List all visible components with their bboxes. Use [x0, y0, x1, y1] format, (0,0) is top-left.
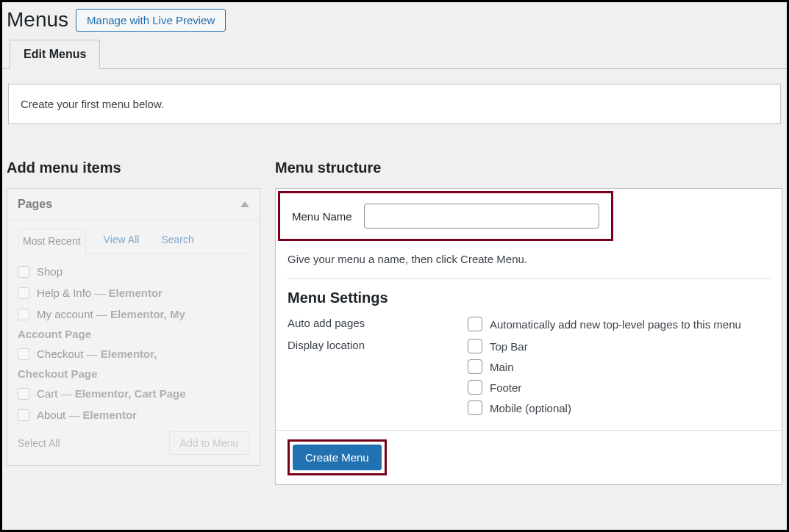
display-location-label: Display location	[288, 339, 468, 351]
list-item[interactable]: My account — Elementor, My	[18, 303, 249, 325]
list-item[interactable]: About — Elementor	[18, 404, 249, 424]
pages-panel-header[interactable]: Pages	[7, 189, 260, 220]
location-topbar-label: Top Bar	[490, 340, 528, 353]
menu-structure-heading: Menu structure	[275, 159, 782, 176]
pages-items-list[interactable]: Shop Help & Info — Elementor My account …	[18, 255, 249, 424]
menu-name-label: Menu Name	[292, 210, 352, 223]
checkbox-icon[interactable]	[18, 388, 29, 400]
subtab-view-all[interactable]: View All	[99, 228, 144, 253]
add-menu-items-heading: Add menu items	[7, 159, 260, 176]
location-footer-label: Footer	[490, 381, 521, 394]
subtab-most-recent[interactable]: Most Recent	[18, 229, 86, 254]
checkbox-icon[interactable]	[18, 409, 29, 421]
location-footer-checkbox[interactable]	[468, 380, 482, 395]
add-to-menu-button[interactable]: Add to Menu	[169, 431, 249, 455]
list-item-meta: Elementor,	[101, 348, 157, 360]
list-item-wrap: Account Page	[18, 325, 249, 343]
list-item-meta: Elementor	[109, 287, 163, 299]
location-mobile-label: Mobile (optional)	[490, 402, 571, 414]
location-mobile-checkbox[interactable]	[468, 400, 482, 415]
checkbox-icon[interactable]	[18, 309, 29, 320]
list-item-wrap: Checkout Page	[18, 364, 249, 383]
auto-add-pages-label: Auto add pages	[288, 317, 468, 329]
menu-name-highlight: Menu Name	[278, 191, 613, 241]
menu-instruction-text: Give your menu a name, then click Create…	[288, 253, 770, 265]
list-item[interactable]: Cart — Elementor, Cart Page	[18, 383, 249, 404]
create-menu-highlight: Create Menu	[288, 439, 387, 475]
pages-panel-title: Pages	[18, 198, 52, 211]
pages-panel: Pages Most Recent View All Search Shop	[7, 188, 260, 466]
menu-settings-heading: Menu Settings	[288, 290, 770, 306]
manage-live-preview-button[interactable]: Manage with Live Preview	[76, 9, 226, 32]
list-item[interactable]: Checkout — Elementor,	[18, 343, 249, 364]
checkbox-icon[interactable]	[18, 287, 29, 299]
list-item-meta: Elementor, Cart Page	[75, 387, 186, 400]
page-title: Menus	[7, 8, 68, 32]
auto-add-option-label: Automatically add new top-level pages to…	[490, 318, 741, 331]
list-item[interactable]: Help & Info — Elementor	[18, 282, 249, 303]
notice-create-first-menu: Create your first menu below.	[8, 84, 781, 124]
checkbox-icon[interactable]	[18, 348, 29, 360]
select-all-link[interactable]: Select All	[18, 437, 60, 449]
tab-edit-menus[interactable]: Edit Menus	[10, 40, 100, 69]
subtab-search[interactable]: Search	[157, 228, 198, 253]
create-menu-button[interactable]: Create Menu	[293, 445, 382, 470]
list-item-label: Shop	[37, 265, 63, 278]
list-item-label: My account	[37, 308, 93, 320]
chevron-up-icon	[240, 201, 249, 207]
list-item-meta: Elementor, My	[110, 308, 185, 320]
list-item-label: About	[37, 409, 65, 421]
list-item-meta: Elementor	[83, 409, 137, 421]
location-topbar-checkbox[interactable]	[468, 339, 482, 353]
list-item-label: Checkout	[37, 348, 83, 360]
location-main-label: Main	[490, 361, 514, 373]
list-item-label: Cart	[37, 387, 57, 400]
list-item-label: Help & Info	[37, 287, 91, 299]
list-item[interactable]: Shop	[18, 261, 249, 282]
checkbox-icon[interactable]	[18, 266, 29, 278]
menu-name-input[interactable]	[364, 204, 599, 229]
auto-add-checkbox[interactable]	[468, 317, 482, 331]
menu-structure-panel: Menu Name Give your menu a name, then cl…	[275, 188, 782, 485]
location-main-checkbox[interactable]	[468, 359, 482, 374]
